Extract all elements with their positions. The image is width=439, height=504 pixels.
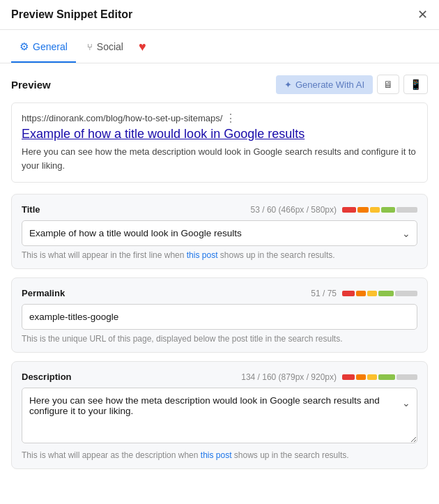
preview-url: https://dinorank.com/blog/how-to-set-up-… [22,112,417,125]
desc-seg-5 [396,374,417,380]
description-progress-bar [342,374,417,380]
permalink-field-meta: 51 / 75 [311,289,417,298]
mobile-icon: 📱 [410,79,422,90]
permalink-hint: This is the unique URL of this page, dis… [22,334,417,344]
title-input-wrapper: ⌄ [22,220,417,246]
dialog-title: Preview Snippet Editor [11,8,132,21]
preview-title[interactable]: Example of how a title would look in Goo… [22,126,417,142]
mobile-view-button[interactable]: 📱 [403,75,428,94]
description-field-label: Description [22,372,72,382]
preview-label: Preview [11,79,51,91]
title-field-meta: 53 / 60 (466px / 580px) [251,205,417,215]
permalink-seg-2 [356,291,366,296]
desc-seg-2 [356,374,366,380]
permalink-field-label: Permalink [22,288,65,298]
title-seg-1 [342,207,356,213]
generate-ai-button[interactable]: ✦ Generate With AI [276,75,373,94]
permalink-seg-3 [367,291,377,296]
title-section: Title 53 / 60 (466px / 580px) ⌄ This is … [11,194,428,269]
tab-bar: ⚙ General ⑂ Social ♥ [0,30,439,63]
permalink-seg-1 [342,291,355,296]
desktop-view-button[interactable]: 🖥 [377,75,399,94]
title-input[interactable] [22,220,417,246]
description-field-header: Description 134 / 160 (879px / 920px) [22,372,417,382]
generate-ai-icon: ✦ [284,79,292,90]
preview-header: Preview ✦ Generate With AI 🖥 📱 [11,75,428,94]
description-hint: This is what will appear as the descript… [22,450,417,460]
title-hint-highlight: this post [187,250,218,260]
description-input[interactable] [22,388,417,443]
title-seg-5 [396,207,417,213]
title-progress-bar [342,207,417,213]
permalink-seg-4 [378,291,394,296]
gear-icon: ⚙ [20,40,29,53]
permalink-section: Permalink 51 / 75 This is the unique URL… [11,277,428,353]
description-hint-highlight: this post [201,450,232,460]
title-seg-3 [370,207,380,213]
permalink-input[interactable] [22,304,417,330]
title-seg-4 [381,207,395,213]
description-char-count: 134 / 160 (879px / 920px) [241,372,337,382]
desc-seg-1 [342,374,355,380]
dialog-header: Preview Snippet Editor ✕ [0,0,439,30]
permalink-char-count: 51 / 75 [311,289,337,298]
close-button[interactable]: ✕ [417,8,428,21]
desc-seg-4 [378,374,395,380]
favorite-icon[interactable]: ♥ [134,30,151,63]
social-icon: ⑂ [87,42,93,52]
title-field-header: Title 53 / 60 (466px / 580px) [22,204,417,215]
description-input-wrapper: ⌄ [22,388,417,446]
preview-description: Here you can see how the meta descriptio… [22,145,417,172]
desc-seg-3 [367,374,377,380]
desktop-icon: 🖥 [383,79,393,90]
description-field-meta: 134 / 160 (879px / 920px) [241,372,417,382]
tab-social-label: Social [97,41,123,52]
permalink-seg-5 [395,291,417,296]
main-content: Preview ✦ Generate With AI 🖥 📱 https://d… [0,63,439,489]
description-section: Description 134 / 160 (879px / 920px) ⌄ … [11,361,428,469]
title-seg-2 [357,207,369,213]
preview-controls: ✦ Generate With AI 🖥 📱 [276,75,428,94]
tab-social[interactable]: ⑂ Social [79,31,132,62]
tab-general-label: General [33,41,68,52]
title-hint: This is what will appear in the first li… [22,250,417,260]
permalink-progress-bar [342,291,417,296]
permalink-field-header: Permalink 51 / 75 [22,288,417,298]
google-preview-box: https://dinorank.com/blog/how-to-set-up-… [11,102,428,183]
generate-ai-label: Generate With AI [295,79,364,90]
url-menu-icon[interactable]: ⋮ [225,112,236,125]
title-field-label: Title [22,204,40,215]
tab-general[interactable]: ⚙ General [11,31,76,63]
title-char-count: 53 / 60 (466px / 580px) [251,205,337,215]
